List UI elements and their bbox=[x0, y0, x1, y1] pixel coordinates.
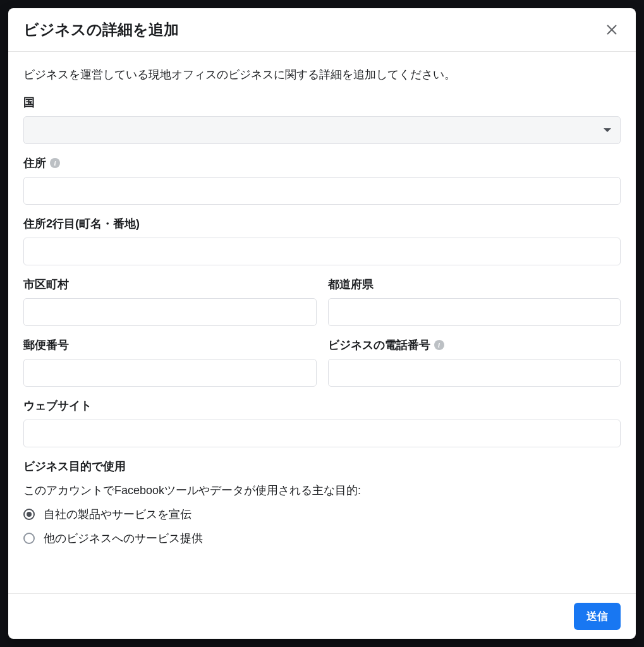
address2-label: 住所2行目(町名・番地) bbox=[23, 216, 621, 231]
field-website: ウェブサイト bbox=[23, 398, 621, 447]
modal-header: ビジネスの詳細を追加 bbox=[8, 8, 636, 52]
field-state: 都道府県 bbox=[328, 277, 621, 326]
state-label: 都道府県 bbox=[328, 277, 621, 292]
radio-icon bbox=[23, 509, 35, 520]
modal-title: ビジネスの詳細を追加 bbox=[23, 20, 179, 40]
country-label: 国 bbox=[23, 95, 621, 110]
phone-input[interactable] bbox=[328, 359, 621, 387]
radio-label: 他のビジネスへのサービス提供 bbox=[44, 531, 203, 546]
modal-footer: 送信 bbox=[8, 593, 636, 639]
radio-icon bbox=[23, 533, 35, 544]
radio-label: 自社の製品やサービスを宣伝 bbox=[44, 507, 191, 522]
modal-body: ビジネスを運営している現地オフィスのビジネスに関する詳細を追加してください。 国… bbox=[8, 52, 636, 593]
city-label: 市区町村 bbox=[23, 277, 317, 292]
purpose-heading: ビジネス目的で使用 bbox=[23, 459, 621, 474]
field-city: 市区町村 bbox=[23, 277, 317, 326]
field-address2: 住所2行目(町名・番地) bbox=[23, 216, 621, 265]
field-address: 住所 i bbox=[23, 155, 621, 205]
website-input[interactable] bbox=[23, 420, 621, 447]
address-input[interactable] bbox=[23, 177, 621, 205]
intro-text: ビジネスを運営している現地オフィスのビジネスに関する詳細を追加してください。 bbox=[23, 67, 621, 82]
radio-option-serve-others[interactable]: 他のビジネスへのサービス提供 bbox=[23, 531, 621, 546]
field-postal: 郵便番号 bbox=[23, 337, 317, 387]
modal: ビジネスの詳細を追加 ビジネスを運営している現地オフィスのビジネスに関する詳細を… bbox=[8, 8, 636, 639]
submit-button[interactable]: 送信 bbox=[574, 603, 621, 630]
postal-label: 郵便番号 bbox=[23, 337, 317, 353]
country-select[interactable] bbox=[23, 116, 621, 144]
close-icon bbox=[605, 23, 619, 37]
info-icon[interactable]: i bbox=[50, 158, 60, 168]
close-button[interactable] bbox=[603, 21, 621, 39]
address2-input[interactable] bbox=[23, 238, 621, 265]
field-phone: ビジネスの電話番号 i bbox=[328, 337, 621, 387]
phone-label: ビジネスの電話番号 i bbox=[328, 337, 621, 353]
radio-option-promote-own[interactable]: 自社の製品やサービスを宣伝 bbox=[23, 507, 621, 522]
city-input[interactable] bbox=[23, 298, 317, 326]
purpose-subtext: このアカウントでFacebookツールやデータが使用される主な目的: bbox=[23, 483, 621, 498]
chevron-down-icon bbox=[604, 128, 611, 132]
state-input[interactable] bbox=[328, 298, 621, 326]
address-label: 住所 i bbox=[23, 155, 621, 171]
website-label: ウェブサイト bbox=[23, 398, 621, 413]
info-icon[interactable]: i bbox=[434, 340, 444, 350]
field-country: 国 bbox=[23, 95, 621, 144]
postal-input[interactable] bbox=[23, 359, 317, 387]
